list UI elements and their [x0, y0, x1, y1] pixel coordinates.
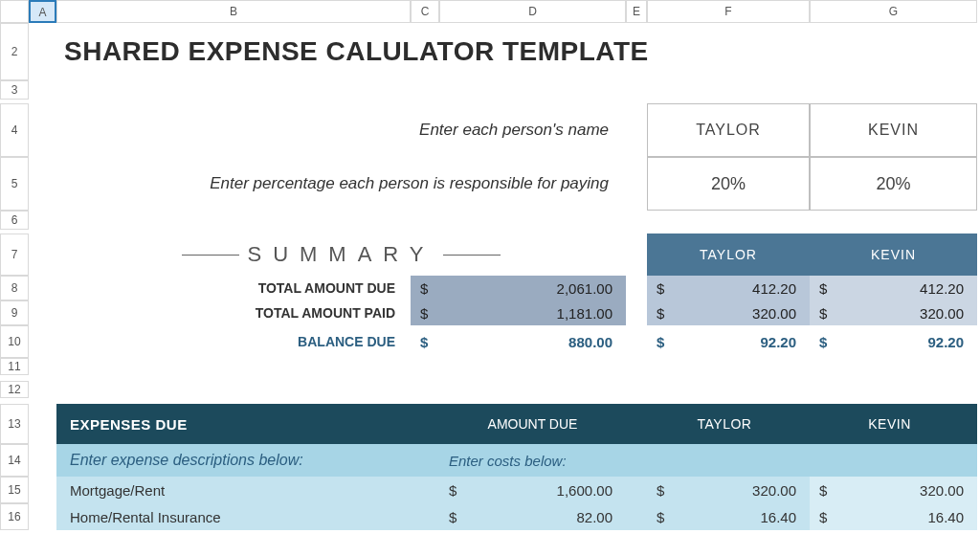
- summary-line-right: [443, 255, 501, 256]
- cell-E10[interactable]: [626, 325, 647, 358]
- currency-symbol: $: [449, 482, 457, 499]
- col-header-G[interactable]: G: [810, 0, 977, 23]
- row-header-10[interactable]: 10: [0, 325, 29, 358]
- cell-E14: [626, 444, 647, 477]
- person-0-balance-value: 92.20: [760, 334, 796, 350]
- expense-row-1-p1[interactable]: $ 16.40: [810, 503, 977, 530]
- person-percent-0[interactable]: 20%: [647, 157, 810, 211]
- spacer-row-12: [29, 381, 977, 398]
- total-due-amount[interactable]: $ 2,061.00: [411, 276, 626, 300]
- summary-col-person-1: KEVIN: [810, 234, 977, 276]
- cell-A15[interactable]: [29, 477, 56, 503]
- row-header-15[interactable]: 15: [0, 477, 29, 503]
- expense-row-1-p0-value: 16.40: [760, 509, 796, 525]
- expense-row-1-amount[interactable]: $ 82.00: [439, 503, 626, 530]
- cell-E8[interactable]: [626, 276, 647, 300]
- cell-A10[interactable]: [29, 325, 56, 358]
- row-header-3[interactable]: 3: [0, 80, 29, 100]
- expense-row-1-desc[interactable]: Home/Rental Insurance: [56, 503, 439, 530]
- summary-col-person-0: TAYLOR: [647, 234, 810, 276]
- col-header-C[interactable]: C: [411, 0, 439, 23]
- cell-F14[interactable]: [647, 444, 810, 477]
- expense-row-0-p0-value: 320.00: [752, 482, 796, 499]
- person-1-paid-value: 320.00: [920, 305, 964, 322]
- row-header-13[interactable]: 13: [0, 404, 29, 444]
- expense-row-0-p0[interactable]: $ 320.00: [647, 477, 810, 503]
- row-header-4[interactable]: 4: [0, 103, 29, 157]
- cell-A16[interactable]: [29, 503, 56, 530]
- currency-symbol: $: [420, 305, 428, 322]
- col-header-D[interactable]: D: [439, 0, 626, 23]
- person-1-due-value: 412.20: [920, 280, 964, 297]
- total-due-value: 2,061.00: [557, 280, 612, 297]
- person-0-balance[interactable]: $ 92.20: [647, 325, 810, 358]
- row-header-5[interactable]: 5: [0, 157, 29, 211]
- row-header-12[interactable]: 12: [0, 381, 29, 398]
- person-1-balance[interactable]: $ 92.20: [810, 325, 977, 358]
- cell-A5[interactable]: [29, 157, 56, 211]
- cell-E5[interactable]: [626, 157, 647, 211]
- person-name-1[interactable]: KEVIN: [810, 103, 977, 157]
- currency-symbol: $: [819, 305, 827, 322]
- currency-symbol: $: [819, 509, 827, 525]
- cell-A2[interactable]: [29, 23, 56, 80]
- cell-A4[interactable]: [29, 103, 56, 157]
- cell-A13[interactable]: [29, 404, 56, 444]
- person-percent-1[interactable]: 20%: [810, 157, 977, 211]
- col-header-B[interactable]: B: [56, 0, 411, 23]
- currency-symbol: $: [657, 482, 664, 499]
- summary-heading: SUMMARY: [56, 234, 626, 276]
- expense-row-0-desc[interactable]: Mortgage/Rent: [56, 477, 439, 503]
- person-0-due-value: 412.20: [752, 280, 796, 297]
- currency-symbol: $: [657, 509, 664, 525]
- row-header-11[interactable]: 11: [0, 358, 29, 375]
- spreadsheet-grid[interactable]: A B C D E F G 2 SHARED EXPENSE CALULATOR…: [0, 0, 980, 530]
- currency-symbol: $: [657, 305, 664, 322]
- balance-due-value: 880.00: [568, 334, 612, 350]
- person-1-balance-value: 92.20: [927, 334, 964, 350]
- row-header-6[interactable]: 6: [0, 211, 29, 230]
- cell-A8[interactable]: [29, 276, 56, 300]
- person-0-due[interactable]: $ 412.20: [647, 276, 810, 300]
- cell-E9[interactable]: [626, 300, 647, 325]
- currency-symbol: $: [657, 280, 664, 297]
- person-0-paid[interactable]: $ 320.00: [647, 300, 810, 325]
- select-all-corner[interactable]: [0, 0, 29, 23]
- currency-symbol: $: [819, 334, 827, 350]
- cell-A7[interactable]: [29, 234, 56, 276]
- expense-row-1-p0[interactable]: $ 16.40: [647, 503, 810, 530]
- cell-G14[interactable]: [810, 444, 977, 477]
- row-header-2[interactable]: 2: [0, 23, 29, 80]
- expense-row-0-amount[interactable]: $ 1,600.00: [439, 477, 626, 503]
- person-1-due[interactable]: $ 412.20: [810, 276, 977, 300]
- summary-line-left: [182, 255, 239, 256]
- total-paid-amount[interactable]: $ 1,181.00: [411, 300, 626, 325]
- row-header-16[interactable]: 16: [0, 503, 29, 530]
- expenses-header: EXPENSES DUE: [56, 404, 439, 444]
- currency-symbol: $: [657, 334, 664, 350]
- balance-due-amount[interactable]: $ 880.00: [411, 325, 626, 358]
- spacer-row-6: [29, 211, 977, 230]
- person-1-paid[interactable]: $ 320.00: [810, 300, 977, 325]
- expense-row-1-amount-value: 82.00: [576, 509, 612, 525]
- row-header-7[interactable]: 7: [0, 234, 29, 276]
- row-header-14[interactable]: 14: [0, 444, 29, 477]
- cell-E15: [626, 477, 647, 503]
- currency-symbol: $: [819, 482, 827, 499]
- expense-row-0-p1[interactable]: $ 320.00: [810, 477, 977, 503]
- cell-E7[interactable]: [626, 234, 647, 276]
- row-header-9[interactable]: 9: [0, 300, 29, 325]
- instruction-percentages: Enter percentage each person is responsi…: [56, 157, 626, 211]
- col-header-F[interactable]: F: [647, 0, 810, 23]
- cell-A9[interactable]: [29, 300, 56, 325]
- currency-symbol: $: [420, 280, 428, 297]
- row-header-8[interactable]: 8: [0, 276, 29, 300]
- person-name-0[interactable]: TAYLOR: [647, 103, 810, 157]
- cell-A14[interactable]: [29, 444, 56, 477]
- page-title: SHARED EXPENSE CALULATOR TEMPLATE: [56, 23, 977, 80]
- col-header-E[interactable]: E: [626, 0, 647, 23]
- cell-E4[interactable]: [626, 103, 647, 157]
- currency-symbol: $: [420, 334, 428, 350]
- spacer-row-3: [29, 80, 977, 100]
- col-header-A[interactable]: A: [29, 0, 56, 23]
